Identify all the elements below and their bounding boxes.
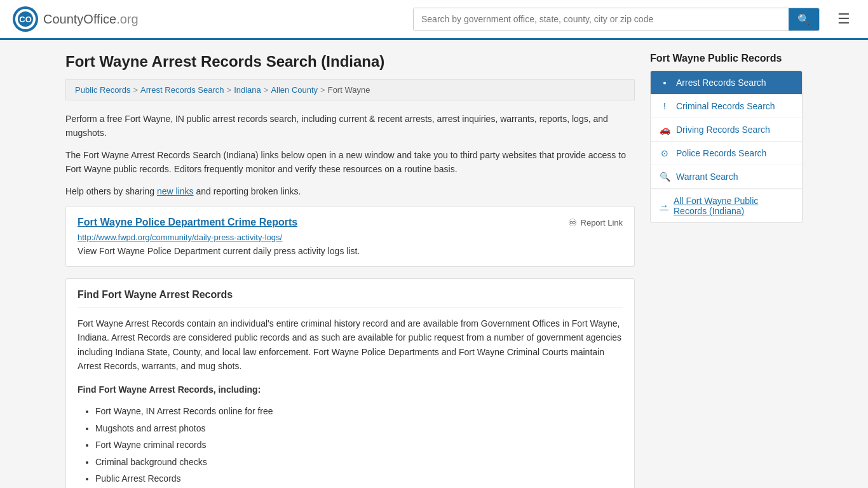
svg-text:CO: CO	[19, 15, 32, 24]
breadcrumb: Public Records > Arrest Records Search >…	[65, 79, 635, 100]
sidebar-item-label: Police Records Search	[676, 148, 766, 158]
breadcrumb-allen-county[interactable]: Allen County	[271, 85, 318, 95]
driving-records-search-icon: 🚗	[660, 125, 670, 135]
breadcrumb-arrest-records-search[interactable]: Arrest Records Search	[140, 85, 224, 95]
sidebar-item-warrant-search[interactable]: 🔍Warrant Search	[651, 165, 802, 189]
find-section-paragraph: Fort Wayne Arrest Records contain an ind…	[78, 316, 623, 374]
link-card-description: View Fort Wayne Police Department curren…	[78, 246, 623, 256]
arrow-icon: →	[660, 201, 668, 211]
breadcrumb-fort-wayne: Fort Wayne	[328, 85, 370, 95]
intro-paragraph-2: The Fort Wayne Arrest Records Search (In…	[65, 148, 635, 177]
sidebar-nav: ▪Arrest Records Search!Criminal Records …	[650, 71, 803, 223]
search-input[interactable]	[414, 8, 789, 30]
list-item: Mugshots and arrest photos	[95, 420, 623, 437]
police-records-search-icon: ⊙	[660, 148, 670, 158]
warrant-search-icon: 🔍	[660, 172, 670, 182]
find-section-list: Fort Wayne, IN Arrest Records online for…	[78, 403, 623, 487]
report-link-button[interactable]: ♾ Report Link	[568, 217, 623, 229]
header: CO CountyOffice.org 🔍 ☰	[0, 0, 868, 40]
menu-button[interactable]: ☰	[832, 8, 855, 30]
breadcrumb-public-records[interactable]: Public Records	[75, 85, 130, 95]
find-section-title: Find Fort Wayne Arrest Records	[78, 289, 623, 308]
logo[interactable]: CO CountyOffice.org	[13, 6, 139, 32]
content-area: Fort Wayne Arrest Records Search (Indian…	[65, 53, 635, 488]
search-button[interactable]: 🔍	[789, 8, 819, 30]
list-item: Fort Wayne criminal records	[95, 437, 623, 454]
sidebar: Fort Wayne Public Records ▪Arrest Record…	[650, 53, 803, 488]
list-item: Fort Wayne, IN Arrest Records online for…	[95, 403, 623, 420]
link-card: Fort Wayne Police Department Crime Repor…	[65, 206, 635, 267]
sidebar-item-criminal-records-search[interactable]: !Criminal Records Search	[651, 95, 802, 118]
link-card-title[interactable]: Fort Wayne Police Department Crime Repor…	[78, 217, 297, 228]
link-card-url[interactable]: http://www.fwpd.org/community/daily-pres…	[78, 233, 623, 242]
sidebar-item-arrest-records-search[interactable]: ▪Arrest Records Search	[651, 71, 802, 95]
sidebar-item-label: Driving Records Search	[676, 125, 770, 135]
sidebar-item-label: Warrant Search	[676, 172, 738, 182]
sidebar-item-police-records-search[interactable]: ⊙Police Records Search	[651, 142, 802, 165]
criminal-records-search-icon: !	[660, 101, 670, 111]
main-container: Fort Wayne Arrest Records Search (Indian…	[53, 40, 815, 488]
find-section: Find Fort Wayne Arrest Records Fort Wayn…	[65, 278, 635, 488]
sidebar-title: Fort Wayne Public Records	[650, 53, 803, 64]
find-section-subtitle: Find Fort Wayne Arrest Records, includin…	[78, 383, 623, 396]
breadcrumb-indiana[interactable]: Indiana	[234, 85, 261, 95]
list-item: Criminal background checks	[95, 454, 623, 471]
intro-paragraph-1: Perform a free Fort Wayne, IN public arr…	[65, 112, 635, 140]
sidebar-item-label: Criminal Records Search	[676, 101, 775, 111]
report-icon: ♾	[568, 217, 577, 229]
intro-paragraph-3: Help others by sharing new links and rep…	[65, 184, 635, 198]
sidebar-all-records-link[interactable]: →All Fort Wayne Public Records (Indiana)	[651, 189, 802, 222]
logo-text: CountyOffice.org	[43, 12, 139, 27]
sidebar-all-records-label: All Fort Wayne Public Records (Indiana)	[674, 196, 793, 216]
link-card-header: Fort Wayne Police Department Crime Repor…	[78, 217, 623, 229]
new-links-link[interactable]: new links	[157, 186, 194, 196]
sidebar-item-driving-records-search[interactable]: 🚗Driving Records Search	[651, 118, 802, 142]
search-bar: 🔍	[413, 8, 820, 31]
page-title: Fort Wayne Arrest Records Search (Indian…	[65, 53, 635, 71]
list-item: Public Arrest Records	[95, 470, 623, 487]
arrest-records-search-icon: ▪	[660, 78, 670, 88]
logo-icon: CO	[13, 6, 38, 32]
sidebar-item-label: Arrest Records Search	[676, 78, 766, 88]
